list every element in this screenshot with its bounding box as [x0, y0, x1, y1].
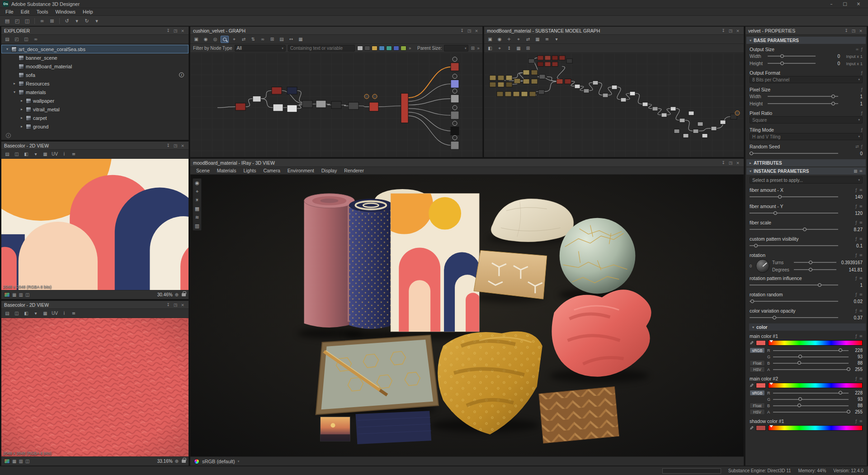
lock-icon[interactable] — [182, 293, 186, 296]
graph-node[interactable] — [584, 89, 589, 93]
slider-handle[interactable] — [797, 361, 801, 365]
dock-icon[interactable]: ↧ — [459, 28, 465, 33]
srgb-button[interactable]: sRGB — [750, 390, 765, 396]
output-node[interactable] — [451, 95, 459, 103]
channels-icon[interactable]: ◧ — [22, 151, 30, 158]
channel-slider[interactable] — [773, 403, 849, 409]
uv-overlay-toggle[interactable]: UV — [51, 310, 59, 317]
info-icon[interactable]: i — [60, 310, 68, 317]
redo-menu-icon[interactable]: ▾ — [92, 17, 101, 25]
node-type-filter-dropdown[interactable]: All ▾ — [235, 45, 286, 52]
pixel-height-slider[interactable] — [768, 100, 838, 107]
chevron-icon[interactable]: ▸ — [12, 81, 17, 86]
graph-node[interactable] — [670, 107, 676, 111]
channel-slider[interactable] — [773, 347, 849, 354]
options-menu-icon[interactable]: ≡ — [70, 151, 78, 158]
menu-windows[interactable]: Windows — [52, 9, 79, 14]
snap-icon[interactable]: ⊞ — [268, 36, 276, 43]
3d-menu-display[interactable]: Display — [318, 168, 340, 173]
comment-icon[interactable]: ▤ — [278, 36, 286, 43]
graph-node[interactable] — [702, 133, 708, 138]
slider-handle[interactable] — [839, 391, 842, 394]
tile-icon[interactable]: ⊞ — [524, 45, 532, 52]
screenshot-icon[interactable]: ◎ — [211, 36, 219, 43]
graph-node[interactable] — [287, 87, 297, 94]
package-icon[interactable]: ⊞ — [47, 17, 57, 25]
export-image-icon[interactable]: ▤ — [3, 310, 11, 317]
close-icon[interactable]: × — [179, 303, 186, 307]
focus-icon[interactable]: ◉ — [495, 36, 504, 43]
node-badge-icon[interactable] — [373, 94, 377, 99]
output-width-slider[interactable] — [768, 53, 816, 59]
info-icon[interactable]: i — [6, 133, 11, 138]
grid-icon[interactable]: ▥ — [19, 459, 23, 464]
graph-node[interactable] — [490, 76, 496, 81]
grid-icon[interactable]: ▦ — [514, 45, 523, 52]
material-icon[interactable]: ▦ — [195, 206, 199, 212]
pixel-ratio-dropdown[interactable]: Square ▾ — [750, 116, 863, 124]
graph-node[interactable] — [272, 87, 282, 94]
slider-handle[interactable] — [809, 268, 812, 271]
graph-node[interactable] — [529, 91, 536, 96]
3d-menu-lights[interactable]: Lights — [240, 168, 259, 173]
float-icon[interactable]: ◳ — [172, 143, 179, 148]
camera-icon[interactable]: ◉ — [195, 180, 199, 186]
graph-node[interactable] — [513, 91, 519, 96]
channel-slider[interactable] — [773, 390, 849, 396]
swap-icon[interactable]: ⇄ — [524, 36, 532, 43]
graph-node[interactable] — [538, 56, 543, 60]
tiling-mode-dropdown[interactable]: H and V Tiling ▾ — [750, 133, 863, 140]
graph-node[interactable] — [679, 119, 685, 123]
graph-node[interactable] — [273, 104, 283, 111]
histogram-icon[interactable]: ▥ — [195, 223, 199, 229]
slider-handle[interactable] — [831, 102, 835, 105]
maximize-button[interactable]: □ — [838, 1, 852, 6]
graph-node[interactable] — [521, 91, 528, 96]
slider-handle[interactable] — [839, 348, 842, 352]
float-icon[interactable]: ◳ — [466, 28, 472, 33]
graph-node[interactable] — [498, 76, 504, 81]
checker-icon[interactable]: ▦ — [12, 459, 16, 464]
function-icon[interactable]: ƒ — [861, 144, 863, 149]
graph-node[interactable] — [349, 102, 359, 109]
chevron-icon[interactable]: ▾ — [12, 90, 17, 94]
grid-icon[interactable]: ▦ — [533, 36, 542, 43]
srgb-button[interactable]: sRGB — [750, 347, 765, 353]
graph-node[interactable] — [523, 79, 529, 84]
output-socket-icon[interactable] — [453, 121, 457, 126]
function-icon[interactable]: ƒ — [855, 376, 857, 381]
graph-node[interactable] — [531, 70, 538, 75]
new-package-icon[interactable]: ▤ — [3, 36, 11, 43]
slider-handle[interactable] — [809, 261, 812, 264]
graph-node[interactable] — [538, 62, 543, 66]
graph-node[interactable] — [236, 103, 245, 110]
eyedropper-icon[interactable]: ✎ — [750, 340, 754, 346]
chevron-down-icon[interactable]: ▾ — [5, 47, 9, 51]
node-badge-icon[interactable] — [735, 111, 740, 115]
menu-icon[interactable]: ≡ — [859, 253, 863, 257]
fit-icon[interactable]: ↔ — [287, 36, 295, 43]
graph-node[interactable] — [331, 101, 341, 109]
degrees-slider[interactable] — [794, 266, 836, 273]
graph-node[interactable] — [565, 79, 571, 84]
function-icon[interactable]: ƒ — [855, 292, 857, 297]
menu-tools[interactable]: Tools — [33, 9, 52, 14]
3d-view-canvas[interactable]: ◉⌖☀▦≋▥ — [190, 175, 744, 456]
graph-node[interactable] — [523, 70, 529, 75]
color-swatch[interactable] — [756, 340, 766, 346]
function-icon[interactable]: ƒ — [861, 87, 863, 92]
channel-slider[interactable] — [773, 360, 849, 366]
channel-slider[interactable] — [773, 354, 849, 360]
channels-menu-icon[interactable]: ▾ — [32, 151, 40, 158]
filter-chip[interactable] — [386, 46, 392, 51]
center-icon[interactable]: ⌖ — [495, 45, 504, 52]
graph-node[interactable] — [621, 98, 626, 102]
graph-canvas[interactable] — [190, 53, 482, 157]
undo-menu-icon[interactable]: ▾ — [72, 17, 81, 25]
select-icon[interactable]: ⌖ — [230, 36, 238, 43]
slider-handle[interactable] — [750, 152, 753, 155]
close-button[interactable]: × — [852, 1, 865, 6]
function-icon[interactable]: ƒ — [861, 71, 863, 75]
tree-item-materials[interactable]: ▾materials — [1, 88, 189, 96]
menu-icon[interactable]: ≡ — [859, 169, 863, 173]
